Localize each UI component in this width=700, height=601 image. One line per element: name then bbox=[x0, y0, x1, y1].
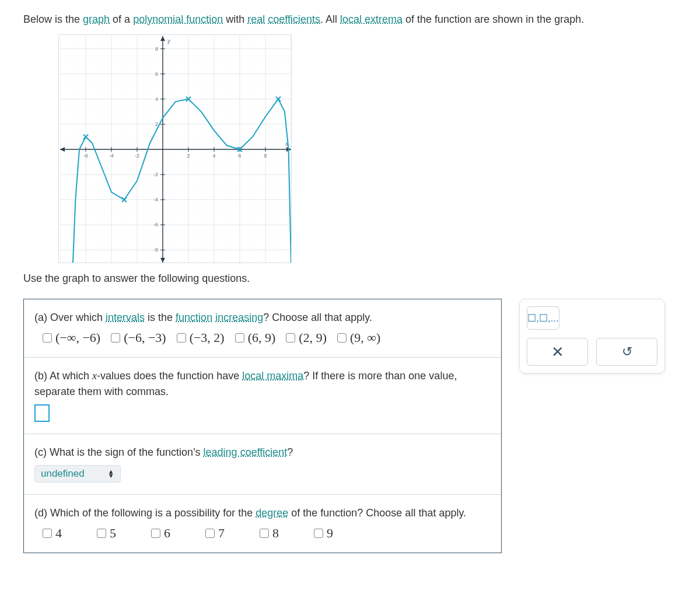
qc-select-value: undefined bbox=[41, 468, 85, 480]
reset-icon: ↺ bbox=[622, 344, 632, 359]
term-leading-coefficient[interactable]: leading coefficient bbox=[204, 446, 288, 458]
svg-text:2: 2 bbox=[187, 153, 190, 159]
svg-text:-2: -2 bbox=[135, 153, 139, 159]
term-increasing[interactable]: increasing bbox=[215, 312, 263, 323]
qd-option-label: 5 bbox=[110, 526, 116, 541]
qd-option-label: 8 bbox=[272, 526, 279, 541]
svg-text:-6: -6 bbox=[153, 222, 158, 228]
svg-marker-61 bbox=[160, 36, 165, 41]
qd-option-label: 9 bbox=[327, 526, 333, 541]
qd-option-label: 7 bbox=[218, 526, 225, 541]
qa-option-label: (6, 9) bbox=[248, 330, 276, 345]
graph-panel: -6-4-22468-8-6-4-22468xy bbox=[58, 34, 292, 263]
qd-option-label: 6 bbox=[164, 526, 170, 541]
svg-marker-62 bbox=[160, 258, 165, 263]
term-degree[interactable]: degree bbox=[256, 507, 288, 519]
instruction-text: Use the graph to answer the following qu… bbox=[23, 272, 677, 285]
term-intervals[interactable]: intervals bbox=[106, 312, 145, 323]
reset-button[interactable]: ↺ bbox=[596, 338, 657, 366]
qa-checkbox-4[interactable] bbox=[286, 333, 295, 343]
qa-option-label: (2, 9) bbox=[299, 330, 327, 345]
term-graph[interactable]: graph bbox=[83, 13, 110, 25]
svg-text:6: 6 bbox=[238, 153, 241, 159]
svg-text:-4: -4 bbox=[109, 153, 114, 159]
svg-text:-4: -4 bbox=[153, 197, 158, 202]
qa-checkbox-5[interactable] bbox=[337, 333, 346, 343]
svg-marker-60 bbox=[60, 147, 65, 152]
clear-button[interactable]: ✕ bbox=[527, 338, 588, 366]
list-icon: ☐,☐,... bbox=[527, 312, 559, 324]
qd-checkbox-4[interactable] bbox=[260, 529, 269, 538]
question-c: (c) What is the sign of the function's l… bbox=[24, 434, 501, 495]
qa-options: (−∞, −6) (−6, −3) (−3, 2) (6, 9) (2, 9) … bbox=[34, 330, 491, 345]
qc-sign-select[interactable]: undefined ▲▼ bbox=[34, 465, 121, 483]
qd-checkbox-1[interactable] bbox=[97, 529, 106, 538]
chevron-updown-icon: ▲▼ bbox=[108, 470, 114, 477]
svg-text:4: 4 bbox=[212, 153, 215, 159]
term-function[interactable]: function bbox=[176, 312, 212, 323]
qa-option-label: (−∞, −6) bbox=[55, 330, 100, 345]
qd-checkbox-2[interactable] bbox=[151, 529, 160, 538]
svg-text:4: 4 bbox=[155, 96, 158, 102]
svg-text:y: y bbox=[167, 38, 171, 44]
term-polynomial-function[interactable]: polynomial function bbox=[133, 13, 223, 25]
svg-text:-2: -2 bbox=[153, 172, 158, 177]
tool-palette: ☐,☐,... ✕ ↺ bbox=[519, 299, 665, 373]
question-d: (d) Which of the following is a possibil… bbox=[24, 495, 501, 553]
qd-options: 4 5 6 7 8 9 bbox=[34, 526, 491, 541]
svg-text:6: 6 bbox=[155, 71, 158, 77]
qd-checkbox-0[interactable] bbox=[43, 529, 52, 538]
qa-checkbox-2[interactable] bbox=[177, 333, 186, 343]
qa-checkbox-0[interactable] bbox=[43, 333, 52, 343]
text: Below is the bbox=[23, 13, 83, 25]
qb-answer-input[interactable] bbox=[34, 404, 50, 422]
qa-checkbox-1[interactable] bbox=[111, 333, 120, 343]
qd-checkbox-5[interactable] bbox=[314, 529, 323, 538]
list-format-button[interactable]: ☐,☐,... bbox=[527, 306, 559, 330]
svg-text:-8: -8 bbox=[153, 247, 158, 253]
qa-option-label: (−3, 2) bbox=[190, 330, 225, 345]
svg-text:2: 2 bbox=[155, 121, 158, 127]
svg-text:8: 8 bbox=[264, 153, 267, 159]
svg-text:8: 8 bbox=[155, 46, 158, 52]
qd-checkbox-3[interactable] bbox=[205, 529, 215, 538]
term-local-maxima[interactable]: local maxima bbox=[242, 370, 303, 382]
term-real[interactable]: real bbox=[247, 13, 265, 25]
svg-text:-6: -6 bbox=[83, 153, 88, 159]
intro-text: Below is the graph of a polynomial funct… bbox=[23, 12, 677, 27]
qa-option-label: (9, ∞) bbox=[350, 330, 380, 345]
term-coefficients[interactable]: coefficients bbox=[268, 13, 320, 25]
question-b: (b) At which x-values does the function … bbox=[24, 358, 501, 434]
x-icon: ✕ bbox=[551, 343, 564, 361]
qa-option-label: (−6, −3) bbox=[124, 330, 166, 345]
qd-option-label: 4 bbox=[55, 526, 62, 541]
question-box: (a) Over which intervals is the function… bbox=[23, 299, 502, 553]
x-variable: x bbox=[92, 370, 97, 382]
question-a: (a) Over which intervals is the function… bbox=[24, 299, 501, 358]
polynomial-graph: -6-4-22468-8-6-4-22468xy bbox=[60, 36, 291, 263]
qa-checkbox-3[interactable] bbox=[235, 333, 244, 343]
term-local-extrema[interactable]: local extrema bbox=[340, 13, 402, 25]
